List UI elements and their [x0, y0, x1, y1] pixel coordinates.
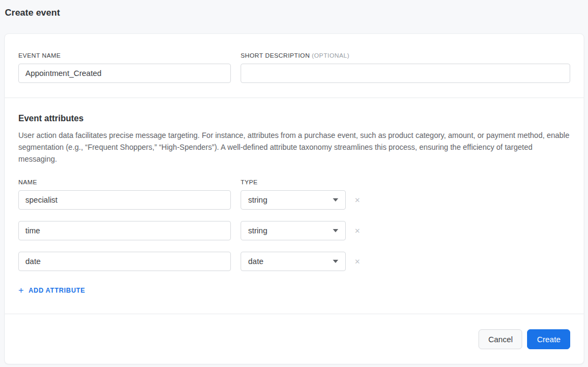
attribute-type-value: string: [248, 226, 267, 235]
footer-actions: Cancel Create: [5, 314, 584, 364]
attribute-type-select[interactable]: date: [241, 252, 346, 271]
event-name-field: EVENT NAME: [18, 52, 231, 83]
event-attributes-section: Event attributes User action data facili…: [5, 98, 584, 295]
short-description-field: SHORT DESCRIPTION (OPTIONAL): [241, 52, 570, 83]
event-name-label: EVENT NAME: [18, 52, 231, 59]
remove-attribute-icon[interactable]: ✕: [354, 258, 360, 265]
cancel-button[interactable]: Cancel: [478, 329, 522, 349]
remove-attribute-icon[interactable]: ✕: [354, 227, 360, 234]
attributes-heading: Event attributes: [18, 113, 570, 124]
event-name-input[interactable]: [18, 64, 231, 83]
add-attribute-label: ADD ATTRIBUTE: [29, 287, 85, 294]
optional-tag: (OPTIONAL): [312, 52, 350, 59]
chevron-down-icon: [333, 198, 338, 202]
page-title: Create event: [5, 8, 588, 18]
remove-attribute-icon[interactable]: ✕: [354, 197, 360, 204]
create-button[interactable]: Create: [527, 329, 570, 349]
short-description-label: SHORT DESCRIPTION (OPTIONAL): [241, 52, 570, 59]
attribute-name-input[interactable]: [18, 221, 231, 240]
attribute-type-select[interactable]: string: [241, 221, 346, 240]
chevron-down-icon: [333, 229, 338, 232]
short-description-label-text: SHORT DESCRIPTION: [241, 52, 310, 59]
attribute-row: string ✕: [18, 190, 570, 210]
attribute-row: string ✕: [18, 221, 570, 240]
create-event-card: EVENT NAME SHORT DESCRIPTION (OPTIONAL) …: [4, 33, 584, 364]
plus-icon: +: [18, 286, 24, 295]
attribute-type-value: date: [248, 257, 263, 266]
attributes-description: User action data facilitates precise mes…: [18, 129, 570, 165]
attribute-column-headers: NAME TYPE: [18, 179, 570, 185]
attribute-type-select[interactable]: string: [241, 190, 346, 210]
attribute-row: date ✕: [18, 252, 570, 271]
add-attribute-button[interactable]: + ADD ATTRIBUTE: [18, 286, 85, 295]
column-header-type: TYPE: [241, 179, 570, 185]
chevron-down-icon: [333, 260, 338, 263]
column-header-name: NAME: [18, 179, 231, 185]
short-description-input[interactable]: [241, 64, 570, 83]
attribute-type-value: string: [248, 196, 267, 204]
attribute-name-input[interactable]: [18, 190, 231, 210]
attribute-name-input[interactable]: [18, 252, 231, 271]
event-info-section: EVENT NAME SHORT DESCRIPTION (OPTIONAL): [5, 34, 584, 83]
